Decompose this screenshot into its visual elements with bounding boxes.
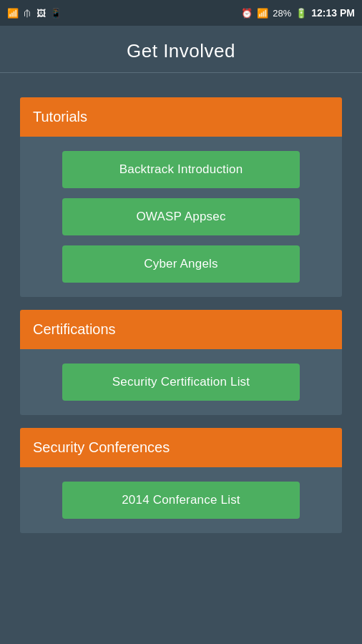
battery-icon: 🔋 bbox=[295, 8, 307, 19]
tutorials-section-title: Tutorials bbox=[33, 109, 87, 125]
battery-percent: 28% bbox=[273, 8, 291, 19]
image-icon: 🖼 bbox=[36, 8, 46, 19]
wifi-icon: 📶 bbox=[7, 8, 19, 19]
page-header: Get Involved bbox=[0, 26, 362, 83]
security-conferences-section-header: Security Conferences bbox=[20, 428, 342, 467]
status-bar: 📶 ⫛ 🖼 📱 ⏰ 📶 28% 🔋 12:13 PM bbox=[0, 0, 362, 26]
certifications-section: Certifications Security Certification Li… bbox=[20, 310, 342, 415]
tutorials-section-header: Tutorials bbox=[20, 97, 342, 137]
tutorials-section: Tutorials Backtrack Introduction OWASP A… bbox=[20, 97, 342, 297]
conference-2014-button[interactable]: 2014 Conferance List bbox=[62, 482, 299, 519]
main-content: Tutorials Backtrack Introduction OWASP A… bbox=[0, 83, 362, 547]
certifications-section-header: Certifications bbox=[20, 310, 342, 349]
certifications-section-title: Certifications bbox=[33, 321, 116, 337]
clock-time: 12:13 PM bbox=[311, 7, 355, 19]
security-cert-list-button[interactable]: Security Certification List bbox=[62, 364, 299, 401]
cyber-angels-button[interactable]: Cyber Angels bbox=[62, 245, 299, 283]
tutorials-section-body: Backtrack Introduction OWASP Appsec Cybe… bbox=[20, 137, 342, 297]
security-conferences-section-body: 2014 Conferance List bbox=[20, 467, 342, 533]
backtrack-intro-button[interactable]: Backtrack Introduction bbox=[62, 151, 299, 188]
signal-icon: 📶 bbox=[257, 8, 268, 19]
status-icons-left: 📶 ⫛ 🖼 📱 bbox=[7, 8, 62, 19]
certifications-section-body: Security Certification List bbox=[20, 349, 342, 415]
security-conferences-section-title: Security Conferences bbox=[33, 439, 170, 455]
status-icons-right: ⏰ 📶 28% 🔋 12:13 PM bbox=[241, 7, 355, 19]
alarm-icon: ⏰ bbox=[241, 8, 253, 19]
page-title: Get Involved bbox=[0, 40, 362, 62]
owasp-appsec-button[interactable]: OWASP Appsec bbox=[62, 198, 299, 235]
security-conferences-section: Security Conferences 2014 Conferance Lis… bbox=[20, 428, 342, 533]
header-divider bbox=[0, 72, 362, 73]
android-icon: 📱 bbox=[50, 8, 62, 19]
usb-icon: ⫛ bbox=[23, 8, 32, 19]
